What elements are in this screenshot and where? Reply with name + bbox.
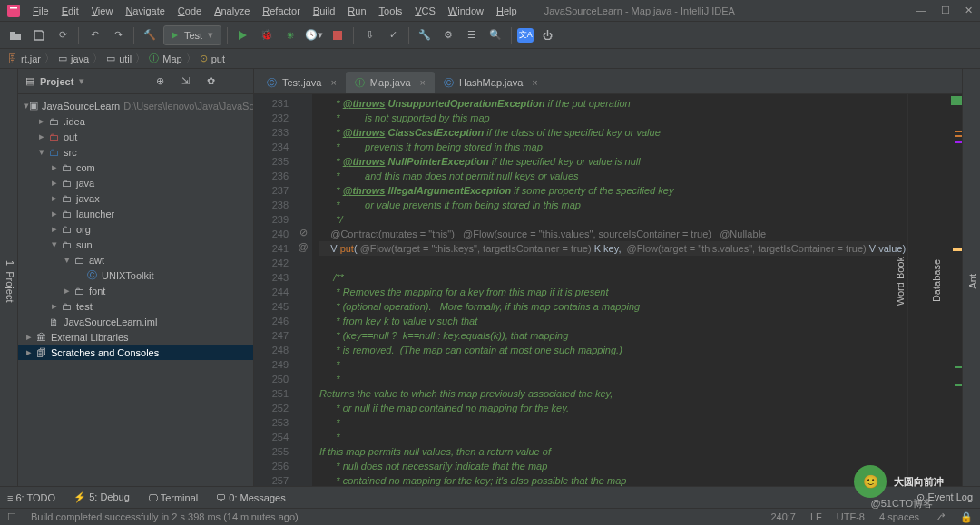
breadcrumb-map[interactable]: ⒾMap bbox=[149, 52, 181, 65]
settings-icon[interactable]: ✿ bbox=[201, 72, 220, 92]
debug-button[interactable]: 🐞 bbox=[257, 25, 277, 45]
editor-tab-map-java[interactable]: ⒾMap.java× bbox=[346, 72, 435, 93]
tree-arrow-icon[interactable]: ▸ bbox=[36, 131, 47, 142]
menu-file[interactable]: File bbox=[27, 4, 54, 18]
menu-window[interactable]: Window bbox=[443, 4, 489, 18]
menu-view[interactable]: View bbox=[86, 4, 119, 18]
tree-node-javasourcelearniml[interactable]: 🗎JavaSourceLearn.iml bbox=[18, 314, 253, 329]
editor-tab-hashmap-java[interactable]: ⒸHashMap.java× bbox=[435, 72, 547, 93]
tree-arrow-icon[interactable]: ▸ bbox=[62, 285, 73, 297]
tree-node-javax[interactable]: ▸🗀javax bbox=[18, 190, 253, 206]
line-separator[interactable]: LF bbox=[810, 511, 822, 522]
code-editor[interactable]: * @throws UnsupportedOperationException … bbox=[312, 94, 907, 486]
lock-icon[interactable]: 🔒 bbox=[960, 511, 973, 523]
minimize-button[interactable]: ― bbox=[916, 5, 926, 16]
tree-node-test[interactable]: ▸🗀test bbox=[18, 298, 253, 314]
close-tab-icon[interactable]: × bbox=[532, 77, 537, 88]
translate-button[interactable]: 文A bbox=[517, 28, 534, 43]
breadcrumb-rt.jar[interactable]: 🗄rt.jar bbox=[7, 53, 41, 64]
commit-button[interactable]: ✓ bbox=[383, 25, 403, 45]
menu-tools[interactable]: Tools bbox=[374, 4, 408, 18]
build-button[interactable]: 🔨 bbox=[140, 25, 160, 45]
tree-arrow-icon[interactable]: ▾ bbox=[62, 254, 73, 266]
tree-arrow-icon[interactable]: ▸ bbox=[24, 331, 34, 343]
redo-button[interactable]: ↷ bbox=[108, 25, 128, 45]
tree-node-sun[interactable]: ▾🗀sun bbox=[18, 237, 253, 252]
menu-build[interactable]: Build bbox=[308, 4, 340, 18]
tree-node-launcher[interactable]: ▸🗀launcher bbox=[18, 206, 253, 221]
tree-arrow-icon[interactable]: ▾ bbox=[36, 146, 47, 158]
tree-arrow-icon[interactable]: ▸ bbox=[49, 177, 60, 189]
tree-arrow-icon[interactable]: ▸ bbox=[49, 223, 60, 235]
close-button[interactable]: ✕ bbox=[965, 5, 973, 16]
tree-arrow-icon[interactable]: ▸ bbox=[49, 208, 60, 219]
tree-node-out[interactable]: ▸🗀out bbox=[18, 129, 253, 144]
menu-vcs[interactable]: VCS bbox=[409, 4, 441, 18]
left-tab-project[interactable]: 1: Project bbox=[3, 257, 17, 306]
tree-node-com[interactable]: ▸🗀com bbox=[18, 160, 253, 175]
sync-button[interactable]: ⟳ bbox=[53, 25, 73, 45]
tree-node-awt[interactable]: ▾🗀awt bbox=[18, 252, 253, 267]
tree-node-idea[interactable]: ▸🗀.idea bbox=[18, 113, 253, 129]
breadcrumb-put[interactable]: ⊙put bbox=[200, 53, 225, 64]
file-encoding[interactable]: UTF-8 bbox=[837, 511, 865, 522]
close-tab-icon[interactable]: × bbox=[420, 77, 426, 88]
breadcrumb-java[interactable]: ▭java bbox=[58, 53, 89, 64]
menu-run[interactable]: Run bbox=[342, 4, 371, 18]
tree-node-javasourcelearn[interactable]: ▾▣JavaSourceLearnD:\Users\lenovo\Java\Ja… bbox=[18, 98, 253, 113]
menu-navigate[interactable]: Navigate bbox=[120, 4, 170, 18]
settings-button[interactable]: ⚙ bbox=[438, 25, 458, 45]
project-tree[interactable]: ▾▣JavaSourceLearnD:\Users\lenovo\Java\Ja… bbox=[18, 94, 253, 486]
event-log-button[interactable]: ⊙ Event Log bbox=[916, 491, 973, 503]
update-button[interactable]: ⇩ bbox=[359, 25, 379, 45]
save-button[interactable] bbox=[29, 25, 49, 45]
tool-debug[interactable]: ⚡ 5: Debug bbox=[74, 491, 130, 503]
wrench-button[interactable]: 🔧 bbox=[415, 25, 435, 45]
open-button[interactable] bbox=[5, 25, 25, 45]
tool-messages[interactable]: 🗨 0: Messages bbox=[216, 492, 285, 503]
editor-tab-test-java[interactable]: ⒸTest.java× bbox=[258, 72, 346, 93]
tree-arrow-icon[interactable]: ▾ bbox=[49, 238, 60, 250]
tree-node-src[interactable]: ▾🗀src bbox=[18, 144, 253, 160]
line-number-gutter[interactable]: 2312322332342352362372382392402412422432… bbox=[254, 94, 294, 486]
tree-arrow-icon[interactable]: ▸ bbox=[49, 192, 60, 204]
tool-terminal[interactable]: 🖵 Terminal bbox=[148, 492, 198, 503]
menu-edit[interactable]: Edit bbox=[56, 4, 84, 18]
tree-node-externallibraries[interactable]: ▸🏛External Libraries bbox=[18, 329, 253, 345]
structure-button[interactable]: ☰ bbox=[462, 25, 482, 45]
tree-node-java[interactable]: ▸🗀java bbox=[18, 175, 253, 190]
right-tab-ant[interactable]: Ant bbox=[965, 270, 980, 293]
caret-position[interactable]: 240:7 bbox=[770, 511, 796, 522]
locate-icon[interactable]: ⊕ bbox=[150, 72, 170, 92]
maximize-button[interactable]: ☐ bbox=[941, 5, 950, 16]
stop-button[interactable] bbox=[328, 25, 348, 45]
icon-gutter[interactable]: ⊘ @ bbox=[294, 94, 312, 486]
git-branch-icon[interactable]: ⎇ bbox=[934, 511, 946, 523]
tree-arrow-icon[interactable]: ▸ bbox=[49, 161, 60, 173]
right-tab-wordbook[interactable]: Word Book bbox=[893, 253, 907, 309]
tree-node-font[interactable]: ▸🗀font bbox=[18, 283, 253, 298]
tool-todo[interactable]: ≡ 6: TODO bbox=[7, 492, 55, 503]
minimize-icon[interactable]: — bbox=[226, 72, 246, 92]
profile-button[interactable]: 🕓▾ bbox=[304, 25, 324, 45]
tree-arrow-icon[interactable]: ▸ bbox=[49, 300, 60, 312]
run-config-selector[interactable]: Test ▾ bbox=[163, 25, 221, 45]
tree-node-org[interactable]: ▸🗀org bbox=[18, 221, 253, 237]
tree-node-scratchesandconsoles[interactable]: ▸🗐Scratches and Consoles bbox=[18, 345, 253, 360]
tree-node-unixtoolkit[interactable]: ⒸUNIXToolkit bbox=[18, 267, 253, 283]
coverage-button[interactable]: ⛯ bbox=[280, 25, 300, 45]
menu-analyze[interactable]: Analyze bbox=[209, 4, 255, 18]
tree-arrow-icon[interactable]: ▸ bbox=[24, 346, 34, 358]
power-button[interactable]: ⏻ bbox=[537, 25, 557, 45]
indent-setting[interactable]: 4 spaces bbox=[879, 511, 919, 522]
close-tab-icon[interactable]: × bbox=[330, 77, 336, 88]
undo-button[interactable]: ↶ bbox=[84, 25, 104, 45]
menu-refactor[interactable]: Refactor bbox=[257, 4, 306, 18]
tree-arrow-icon[interactable]: ▸ bbox=[36, 115, 47, 127]
breadcrumb-util[interactable]: ▭util bbox=[106, 53, 132, 64]
menu-help[interactable]: Help bbox=[491, 4, 523, 18]
run-button[interactable] bbox=[233, 25, 253, 45]
menu-code[interactable]: Code bbox=[172, 4, 207, 18]
collapse-icon[interactable]: ⇲ bbox=[175, 72, 195, 92]
right-tab-database[interactable]: Database bbox=[929, 256, 944, 306]
